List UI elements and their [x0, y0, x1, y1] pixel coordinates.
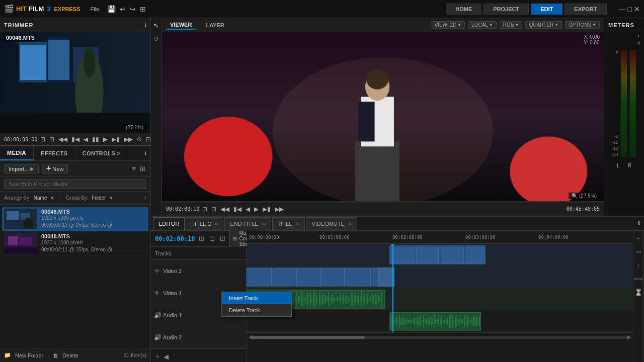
undo-icon[interactable]: ↩ — [120, 5, 126, 13]
tab-end-title[interactable]: END TITLE ✕ — [224, 217, 271, 230]
scroll-left-icon[interactable]: ◀ — [249, 334, 253, 340]
nav-tab-home[interactable]: HOME — [446, 4, 481, 15]
scroll-right-icon[interactable]: ▶ — [627, 334, 631, 340]
list-view-icon[interactable]: ≡ — [131, 164, 137, 173]
timeline-scrollbar[interactable]: ◀ ▶ — [247, 332, 633, 341]
close-button[interactable]: ✕ — [634, 5, 640, 13]
audio1-track-content[interactable] — [247, 288, 633, 310]
slip-tool-icon[interactable]: ⇔ — [634, 246, 643, 257]
trimmer-info-icon[interactable]: ℹ — [144, 22, 146, 28]
tl-btn-add-track[interactable]: + — [154, 351, 160, 362]
track-video2-visibility[interactable]: 👁 — [154, 267, 161, 275]
audio2-track-content[interactable] — [247, 310, 633, 332]
view-2d-option[interactable]: VIEW: 2D ▼ — [431, 21, 465, 29]
viewer-btn-step-back[interactable]: ▮◀ — [232, 205, 243, 214]
media-item-details-2: 1920 x 1080 pixels00:05:02:11 @ 25fps, S… — [41, 239, 146, 253]
sort-icon[interactable]: ↕ — [144, 195, 146, 201]
redo-icon[interactable]: ↪ — [130, 5, 136, 13]
media-info-icon[interactable]: ℹ — [140, 146, 150, 160]
trimmer-btn-prev-mark[interactable]: ◀◀ — [57, 135, 68, 144]
editor-info-icon[interactable]: ℹ — [634, 220, 644, 227]
video2-track-content[interactable] — [247, 244, 633, 266]
tab-editor[interactable]: EDITOR — [153, 217, 185, 230]
track-video1-visibility[interactable]: 👁 — [154, 290, 161, 297]
menu-file[interactable]: File — [90, 6, 99, 12]
save-icon[interactable]: 💾 — [107, 5, 116, 13]
trimmer-btn-in[interactable]: ⊡ — [39, 135, 46, 144]
context-delete-track[interactable]: Delete Track — [222, 304, 291, 316]
viewer-btn-prev[interactable]: ◀◀ — [219, 205, 230, 214]
scroll-track[interactable] — [253, 336, 627, 339]
trimmer-btn-out[interactable]: ⊡ — [48, 135, 55, 144]
slide-tool-icon[interactable]: ↕ — [635, 260, 642, 270]
import-button[interactable]: Import... ▶ — [4, 164, 39, 173]
arrange-by-dropdown[interactable]: ▼ — [50, 196, 55, 201]
viewer-btn-play[interactable]: ▶ — [253, 205, 260, 214]
tab-viewer[interactable]: VIEWER — [166, 21, 196, 30]
view-icons: ≡ ⊞ — [131, 164, 146, 173]
list-item[interactable]: 00046.MTS 1920 x 1080 pixels00:09:00:13 … — [2, 207, 148, 231]
trimmer-btn-step-back[interactable]: ▮◀ — [70, 135, 80, 144]
close-videomute-icon[interactable]: ✕ — [348, 221, 352, 227]
tab-title[interactable]: TITLE ✕ — [272, 217, 305, 230]
context-insert-track[interactable]: Insert Track — [222, 292, 291, 304]
trimmer-btn-back[interactable]: ◀ — [83, 135, 89, 144]
tab-effects[interactable]: EFFECTS — [34, 146, 75, 160]
tl-btn-add-in[interactable]: ⊡ — [198, 234, 205, 243]
viewer-zoom[interactable]: 🔍 (27.5%) — [569, 193, 600, 199]
viewer-btn-in[interactable]: ⊡ — [201, 205, 208, 214]
select-tool-icon[interactable]: ↖ — [152, 20, 160, 31]
group-by-dropdown[interactable]: ▼ — [109, 196, 113, 201]
group-by-value[interactable]: Folder — [92, 195, 106, 201]
nav-tab-project[interactable]: PROJECT — [484, 4, 529, 15]
trimmer-btn-play-pause[interactable]: ▮▮ — [91, 135, 100, 144]
delete-button[interactable]: Delete — [62, 352, 78, 358]
roll-tool-icon[interactable]: ⌛ — [633, 287, 644, 298]
viewer-btn-fwd[interactable]: ▶▮ — [262, 205, 272, 214]
tl-btn-snap[interactable]: ⊡ — [219, 234, 226, 243]
nav-tab-edit[interactable]: EDIT — [531, 4, 562, 15]
cursor-icon[interactable]: ↺ — [152, 34, 160, 44]
new-button[interactable]: ✚ New — [42, 164, 68, 173]
new-folder-button[interactable]: New Folder — [15, 352, 43, 358]
track-audio2-visibility[interactable]: 🔊 — [154, 334, 161, 341]
local-option[interactable]: LOCAL ▼ — [468, 21, 497, 29]
trimmer-zoom[interactable]: (27.1%) — [123, 124, 146, 131]
ruler-mark-4: 00:04:00:00 — [538, 235, 569, 240]
tab-layer[interactable]: LAYER — [202, 21, 228, 29]
tab-videomute[interactable]: VIDEOMUTE ✕ — [306, 217, 357, 230]
tab-title2[interactable]: TITLE 2 ✕ — [186, 217, 223, 230]
viewer-btn-next[interactable]: ▶▶ — [274, 205, 285, 214]
close-title2-icon[interactable]: ✕ — [214, 221, 218, 227]
minimize-button[interactable]: — — [619, 5, 626, 13]
nav-tab-export[interactable]: EXPORT — [565, 4, 606, 15]
arrange-by-value[interactable]: Name — [34, 195, 47, 201]
tl-btn-add-out[interactable]: ⊡ — [208, 234, 216, 243]
tab-media[interactable]: MEDIA — [0, 146, 34, 160]
grid-icon[interactable]: ⊞ — [140, 5, 146, 13]
track-audio1-visibility[interactable]: 🔊 — [154, 312, 161, 319]
close-title-icon[interactable]: ✕ — [295, 221, 299, 227]
viewer-btn-back[interactable]: ◀ — [245, 205, 251, 214]
trimmer-btn-next-mark[interactable]: ▶▶ — [123, 135, 134, 144]
tab-controls[interactable]: CONTROLS > — [75, 146, 128, 160]
maximize-button[interactable]: □ — [628, 5, 632, 13]
options-button[interactable]: OPTIONS ▼ — [565, 21, 600, 29]
close-end-title-icon[interactable]: ✕ — [262, 221, 266, 227]
search-input[interactable] — [4, 179, 146, 189]
quarter-option[interactable]: QUARTER ▼ — [525, 21, 562, 29]
blade-tool-icon[interactable]: ↔ — [634, 233, 643, 243]
trimmer-btn-step-fwd[interactable]: ▶▮ — [111, 135, 121, 144]
viewer-coords: X: 0.00 Y: 0.00 — [584, 34, 600, 45]
rgb-option[interactable]: RGB ▼ — [500, 21, 523, 29]
grid-view-icon[interactable]: ⊞ — [139, 164, 146, 173]
video1-track-content[interactable] — [247, 266, 633, 288]
timeline-playhead[interactable] — [392, 244, 393, 332]
ripple-tool-icon[interactable]: ⟺ — [632, 274, 645, 284]
trimmer-btn-loop[interactable]: ⊙ — [136, 135, 143, 144]
tl-btn-scroll-left[interactable]: ◀ — [163, 352, 170, 361]
viewer-btn-out[interactable]: ⊡ — [210, 205, 217, 214]
trimmer-btn-forward[interactable]: ▶ — [102, 135, 109, 144]
scroll-thumb[interactable] — [253, 336, 365, 339]
list-item[interactable]: 00048.MTS 1920 x 1080 pixels00:05:02:11 … — [2, 231, 148, 256]
